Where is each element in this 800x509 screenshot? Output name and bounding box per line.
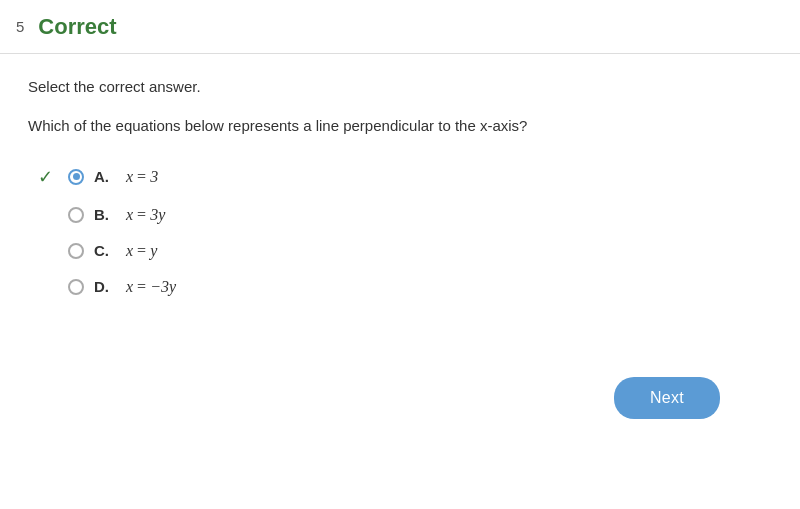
option-c-equation: x = y bbox=[126, 242, 157, 260]
option-b-letter: B. bbox=[94, 206, 116, 223]
option-c-letter: C. bbox=[94, 242, 116, 259]
question-number: 5 bbox=[16, 18, 24, 35]
correct-label: Correct bbox=[38, 14, 116, 40]
options-list: ✓ A. x = 3 B. x = 3y C. x = y bbox=[38, 166, 772, 296]
header: 5 Correct bbox=[0, 0, 800, 54]
radio-c[interactable] bbox=[68, 243, 84, 259]
option-b-equation: x = 3y bbox=[126, 206, 165, 224]
instruction-text: Select the correct answer. bbox=[28, 78, 772, 95]
next-button-container: Next bbox=[614, 377, 720, 419]
content-area: Select the correct answer. Which of the … bbox=[0, 54, 800, 320]
option-a-letter: A. bbox=[94, 168, 116, 185]
radio-a-inner bbox=[73, 173, 80, 180]
option-d-row[interactable]: D. x = −3y bbox=[38, 278, 772, 296]
radio-b[interactable] bbox=[68, 207, 84, 223]
option-c-row[interactable]: C. x = y bbox=[38, 242, 772, 260]
question-text: Which of the equations below represents … bbox=[28, 115, 772, 138]
option-a-row[interactable]: ✓ A. x = 3 bbox=[38, 166, 772, 188]
option-a-equation: x = 3 bbox=[126, 168, 158, 186]
radio-a[interactable] bbox=[68, 169, 84, 185]
next-button[interactable]: Next bbox=[614, 377, 720, 419]
option-b-row[interactable]: B. x = 3y bbox=[38, 206, 772, 224]
checkmark-icon: ✓ bbox=[38, 166, 56, 188]
radio-d[interactable] bbox=[68, 279, 84, 295]
option-d-equation: x = −3y bbox=[126, 278, 176, 296]
option-d-letter: D. bbox=[94, 278, 116, 295]
